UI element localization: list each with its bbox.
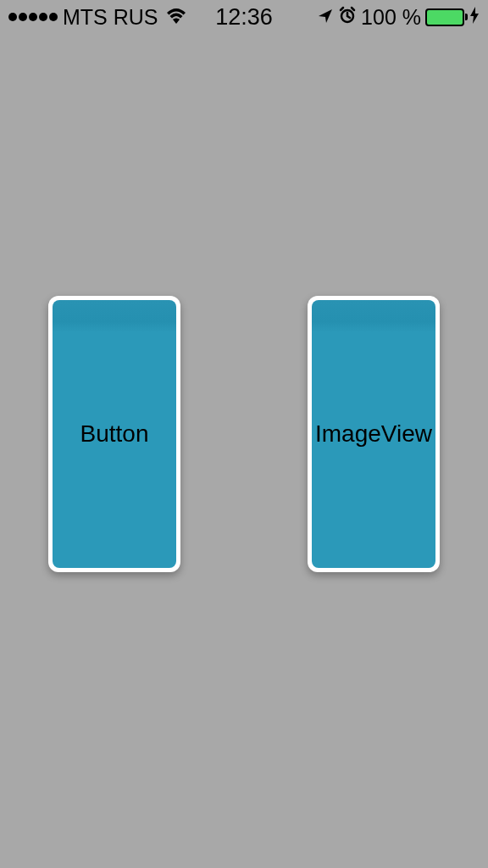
imageview-card[interactable]: ImageView <box>308 296 440 572</box>
button-card-label: Button <box>80 420 149 448</box>
main-content: Button ImageView <box>0 0 488 868</box>
button-card-inner: Button <box>53 300 176 568</box>
imageview-card-label: ImageView <box>315 420 432 448</box>
button-card[interactable]: Button <box>48 296 180 572</box>
imageview-card-inner: ImageView <box>312 300 435 568</box>
